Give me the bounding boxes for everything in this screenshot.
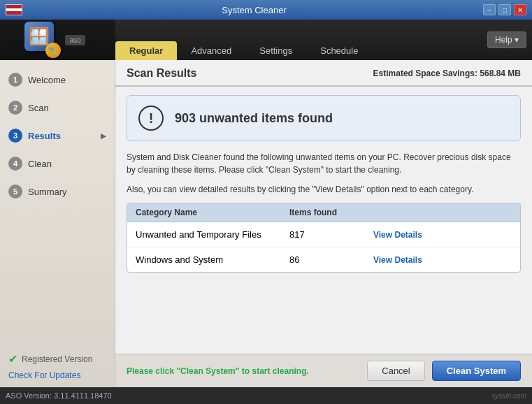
tab-regular[interactable]: Regular: [115, 41, 177, 60]
exclamation-icon: !: [149, 110, 154, 127]
sidebar-item-scan-label: Scan: [28, 103, 49, 113]
titlebar: System Cleaner − □ ✕: [0, 0, 532, 20]
step-2-circle: 2: [8, 101, 22, 115]
window-controls: − □ ✕: [483, 4, 526, 15]
sidebar-item-clean[interactable]: 4 Clean: [0, 150, 115, 178]
bottom-buttons: Cancel Clean System: [367, 361, 521, 381]
row1-category: Unwanted and Temporary Files: [136, 229, 289, 240]
main-layout: 1 Welcome 2 Scan 3 Results ▶ 4 Clean 5 S…: [0, 60, 532, 387]
close-button[interactable]: ✕: [514, 4, 526, 15]
description-2: Also, you can view detailed results by c…: [127, 183, 521, 196]
app-header: 🪟 🔧 aso Regular Advanced Settings Schedu…: [0, 20, 532, 60]
sidebar: 1 Welcome 2 Scan 3 Results ▶ 4 Clean 5 S…: [0, 60, 115, 387]
aso-badge: aso: [65, 35, 85, 45]
sidebar-item-welcome-label: Welcome: [28, 75, 66, 85]
clean-system-ref: "Clean System": [176, 366, 239, 376]
col-details-header: [373, 208, 512, 217]
table-row: Unwanted and Temporary Files 817 View De…: [127, 222, 520, 247]
check-icon: ✔: [8, 352, 17, 366]
maximize-button[interactable]: □: [498, 4, 511, 15]
sidebar-bottom: ✔ Registered Version Check For Updates: [0, 345, 115, 387]
nav-tabs: Regular Advanced Settings Schedule: [115, 20, 372, 60]
space-savings-value: 568.84 MB: [480, 68, 521, 78]
table-header: Category Name Items found: [127, 203, 520, 222]
sidebar-item-welcome[interactable]: 1 Welcome: [0, 66, 115, 94]
results-table: Category Name Items found Unwanted and T…: [127, 203, 521, 273]
row2-category: Windows and System: [136, 254, 289, 265]
clean-system-button[interactable]: Clean System: [432, 361, 521, 381]
flag-icon: [6, 4, 22, 15]
sidebar-item-results[interactable]: 3 Results ▶: [0, 122, 115, 150]
check-updates-link[interactable]: Check For Updates: [8, 370, 80, 380]
content-area: Scan Results Estimated Space Savings: 56…: [115, 60, 532, 387]
alert-icon: !: [138, 106, 164, 131]
sidebar-item-summary[interactable]: 5 Summary: [0, 178, 115, 205]
bottom-text-prefix: Please click: [127, 366, 176, 376]
sidebar-item-summary-label: Summary: [28, 187, 67, 197]
registered-badge: ✔ Registered Version: [8, 352, 106, 366]
table-row: Windows and System 86 View Details: [127, 247, 520, 272]
sidebar-item-scan[interactable]: 2 Scan: [0, 94, 115, 122]
space-savings: Estimated Space Savings: 568.84 MB: [373, 68, 521, 78]
bottom-text-suffix: to start cleaning.: [242, 366, 309, 376]
sidebar-item-results-label: Results: [28, 131, 61, 141]
statusbar: ASO Version: 3.11.4111.18470 sysxin.com: [0, 387, 532, 404]
cancel-button[interactable]: Cancel: [367, 361, 424, 381]
logo-area: 🪟 🔧 aso: [0, 20, 115, 60]
brand-text: sysxin.com: [492, 392, 526, 400]
space-savings-label: Estimated Space Savings:: [373, 68, 477, 78]
view-details-link-1[interactable]: View Details: [373, 230, 422, 240]
bottom-text: Please click "Clean System" to start cle…: [127, 366, 309, 376]
app-title: System Cleaner: [25, 5, 483, 15]
row1-details: View Details: [373, 229, 512, 240]
step-1-circle: 1: [8, 73, 22, 87]
tab-advanced[interactable]: Advanced: [177, 41, 245, 60]
row1-items: 817: [289, 229, 373, 240]
step-4-circle: 4: [8, 157, 22, 171]
step-5-circle: 5: [8, 185, 22, 199]
content-body: ! 903 unwanted items found System and Di…: [115, 87, 532, 354]
version-text: ASO Version: 3.11.4111.18470: [6, 391, 112, 400]
help-button[interactable]: Help ▾: [487, 31, 526, 48]
alert-message: 903 unwanted items found: [175, 111, 333, 126]
col-category-header: Category Name: [136, 208, 289, 217]
chevron-right-icon: ▶: [101, 132, 106, 140]
sidebar-item-clean-label: Clean: [28, 159, 52, 169]
tab-schedule[interactable]: Schedule: [306, 41, 372, 60]
step-3-circle: 3: [8, 129, 22, 143]
tab-settings[interactable]: Settings: [245, 41, 306, 60]
bottom-bar: Please click "Clean System" to start cle…: [115, 354, 532, 387]
content-title: Scan Results: [127, 67, 196, 80]
view-details-link-2[interactable]: View Details: [373, 255, 422, 265]
col-items-header: Items found: [289, 208, 373, 217]
row2-details: View Details: [373, 254, 512, 265]
row2-items: 86: [289, 254, 373, 265]
content-header: Scan Results Estimated Space Savings: 56…: [115, 60, 532, 87]
minimize-button[interactable]: −: [483, 4, 496, 15]
registered-label: Registered Version: [22, 354, 92, 364]
description-1: System and Disk Cleaner found the follow…: [127, 151, 521, 176]
alert-box: ! 903 unwanted items found: [127, 95, 521, 141]
